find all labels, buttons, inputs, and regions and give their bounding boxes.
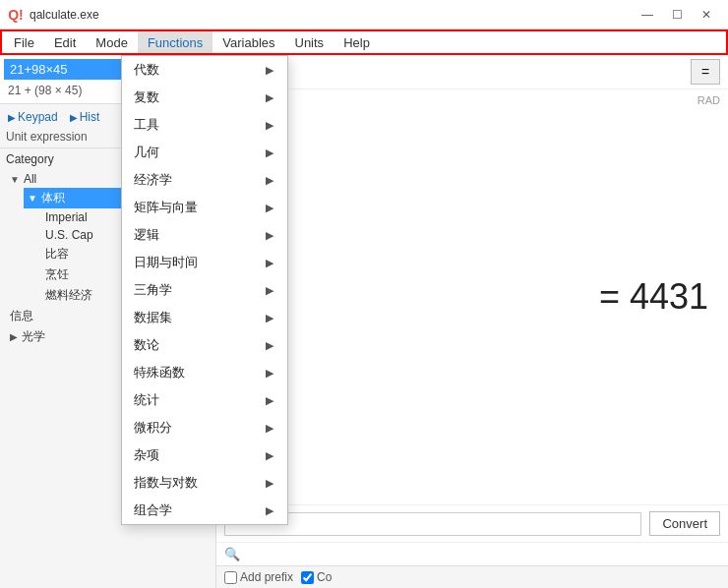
optics-arrow: ▶ — [10, 331, 18, 342]
dropdown-calculus[interactable]: 微积分 ▶ — [122, 414, 287, 441]
submenu-arrow-9: ▶ — [266, 312, 273, 324]
dropdown-exp-log[interactable]: 指数与对数 ▶ — [122, 469, 287, 497]
keypad-label: Keypad — [18, 110, 58, 124]
functions-dropdown: 代数 ▶ 复数 ▶ 工具 ▶ 几何 ▶ 经济学 ▶ 矩阵与向量 ▶ 逻辑 ▶ 日… — [121, 55, 288, 525]
add-prefix-wrap: Add prefix — [224, 570, 293, 584]
app-icon: Q! — [8, 7, 24, 23]
dropdown-combinatorics[interactable]: 组合学 ▶ — [122, 497, 287, 524]
menu-bar: File Edit Mode Functions Variables Units… — [0, 29, 728, 55]
right-expression-input[interactable] — [224, 65, 691, 80]
dropdown-tools[interactable]: 工具 ▶ — [122, 111, 287, 139]
keypad-tab[interactable]: ▶ Keypad — [4, 108, 62, 126]
search-input[interactable] — [244, 548, 720, 561]
add-prefix-label: Add prefix — [240, 570, 293, 584]
dropdown-number-theory[interactable]: 数论 ▶ — [122, 331, 287, 359]
all-arrow: ▼ — [10, 174, 20, 185]
dropdown-complex[interactable]: 复数 ▶ — [122, 84, 287, 111]
submenu-arrow-3: ▶ — [266, 147, 273, 159]
dropdown-misc[interactable]: 杂项 ▶ — [122, 441, 287, 469]
submenu-arrow-1: ▶ — [266, 91, 273, 104]
close-button[interactable]: ✕ — [693, 4, 720, 26]
right-top: = — [216, 55, 728, 89]
menu-mode[interactable]: Mode — [86, 31, 138, 53]
pengren-label: 烹饪 — [45, 266, 69, 283]
submenu-arrow-15: ▶ — [266, 477, 273, 490]
dropdown-matrix[interactable]: 矩阵与向量 ▶ — [122, 194, 287, 221]
convert-button[interactable]: Convert — [649, 511, 720, 536]
submenu-arrow-16: ▶ — [266, 504, 273, 517]
submenu-arrow-2: ▶ — [266, 119, 273, 132]
info-label: 信息 — [10, 308, 33, 324]
submenu-arrow-4: ▶ — [266, 174, 273, 187]
menu-units[interactable]: Units — [285, 31, 334, 53]
menu-help[interactable]: Help — [334, 31, 380, 53]
menu-edit[interactable]: Edit — [44, 31, 86, 53]
us-cap-label: U.S. Cap — [45, 228, 93, 242]
submenu-arrow-14: ▶ — [266, 449, 273, 462]
co-wrap: Co — [301, 570, 332, 584]
ranliao-label: 燃料经济 — [45, 287, 92, 304]
dropdown-statistics[interactable]: 统计 ▶ — [122, 386, 287, 414]
co-checkbox[interactable] — [301, 571, 314, 584]
search-icon: 🔍 — [224, 547, 240, 561]
keypad-arrow: ▶ — [8, 112, 16, 123]
submenu-arrow-8: ▶ — [266, 284, 273, 297]
dropdown-trigonometry[interactable]: 三角学 ▶ — [122, 276, 287, 304]
menu-file[interactable]: File — [4, 31, 44, 53]
history-label: Hist — [80, 110, 100, 124]
dropdown-algebra[interactable]: 代数 ▶ — [122, 56, 287, 84]
dropdown-economics[interactable]: 经济学 ▶ — [122, 166, 287, 194]
result-area: = 4431 — [216, 89, 728, 504]
unit-expression-label: Unit expression — [6, 130, 88, 144]
history-arrow: ▶ — [70, 112, 78, 123]
all-label: All — [24, 172, 36, 186]
submenu-arrow-7: ▶ — [266, 257, 273, 269]
dropdown-datetime[interactable]: 日期与时间 ▶ — [122, 249, 287, 276]
submenu-arrow-5: ▶ — [266, 202, 273, 214]
convert-row: Convert — [216, 504, 728, 542]
result-value: = 4431 — [599, 276, 708, 318]
window-controls: — ☐ ✕ — [634, 4, 720, 26]
submenu-arrow-0: ▶ — [266, 64, 273, 77]
birong-label: 比容 — [45, 246, 69, 263]
submenu-arrow-12: ▶ — [266, 394, 273, 407]
optics-label: 光学 — [22, 328, 45, 345]
volume-arrow: ▼ — [28, 193, 37, 204]
search-row: 🔍 — [216, 542, 728, 565]
dropdown-geometry[interactable]: 几何 ▶ — [122, 139, 287, 166]
submenu-arrow-11: ▶ — [266, 367, 273, 380]
equals-button[interactable]: = — [691, 59, 720, 85]
minimize-button[interactable]: — — [634, 4, 661, 26]
window-title: qalculate.exe — [30, 8, 634, 22]
volume-label: 体积 — [41, 190, 65, 206]
title-bar: Q! qalculate.exe — ☐ ✕ — [0, 0, 728, 29]
add-prefix-checkbox[interactable] — [224, 571, 237, 584]
right-panel: = RAD = 4431 Convert 🔍 Add prefix Co — [216, 55, 728, 588]
main-container: 21+98×45 21 + (98 × 45) ▶ Keypad ▶ Hist … — [0, 55, 728, 588]
submenu-arrow-10: ▶ — [266, 339, 273, 352]
rad-label: RAD — [698, 94, 720, 106]
menu-functions[interactable]: Functions — [138, 31, 212, 53]
dropdown-special-functions[interactable]: 特殊函数 ▶ — [122, 359, 287, 386]
submenu-arrow-13: ▶ — [266, 422, 273, 435]
dropdown-dataset[interactable]: 数据集 ▶ — [122, 304, 287, 331]
history-tab[interactable]: ▶ Hist — [66, 108, 104, 126]
imperial-label: Imperial — [45, 210, 88, 224]
menu-variables[interactable]: Variables — [212, 31, 284, 53]
submenu-arrow-6: ▶ — [266, 229, 273, 242]
co-label: Co — [317, 570, 332, 584]
dropdown-logic[interactable]: 逻辑 ▶ — [122, 221, 287, 249]
bottom-row: Add prefix Co — [216, 565, 728, 588]
maximize-button[interactable]: ☐ — [663, 4, 691, 26]
